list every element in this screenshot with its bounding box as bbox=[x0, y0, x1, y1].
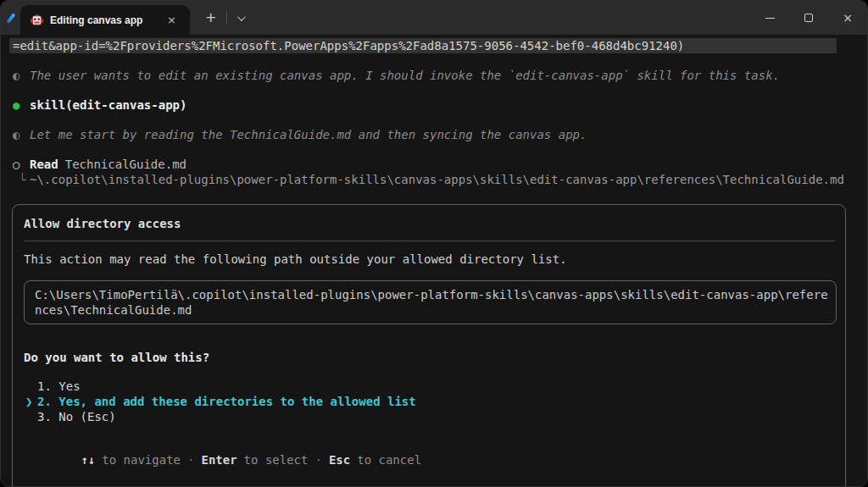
terminal-window: Editing canvas app × + × =edit&app-id=%2… bbox=[0, 0, 868, 487]
tab-editing-canvas-app[interactable]: Editing canvas app × bbox=[20, 5, 190, 35]
hint-select: to select bbox=[244, 453, 309, 467]
dialog-question: Do you want to allow this? bbox=[24, 350, 837, 365]
option-no[interactable]: ❯ 3. No (Esc) bbox=[24, 409, 837, 424]
read-path-text: ~\.copilot\installed-plugins\power-platf… bbox=[30, 172, 844, 187]
dialog-options: ❯ 1. Yes ❯ 2. Yes, and add these directo… bbox=[24, 379, 837, 424]
terminal-content: =edit&app-id=%2Fproviders%2FMicrosoft.Po… bbox=[1, 35, 867, 486]
read-filename: TechnicalGuide.md bbox=[65, 157, 186, 172]
path-box-text: C:\Users\TimoPertilä\.copilot\installed-… bbox=[35, 287, 834, 318]
up-down-arrows-icon: ↑↓ bbox=[81, 453, 95, 467]
dialog-divider bbox=[24, 241, 835, 241]
thinking-icon: ◐ bbox=[13, 68, 30, 83]
hint-enter-key: Enter bbox=[201, 453, 236, 467]
selection-chevron-icon: ❯ bbox=[24, 394, 37, 409]
option-yes-add-directories[interactable]: ❯ 2. Yes, and add these directories to t… bbox=[24, 394, 837, 409]
assistant-thought-2: ◐ Let me start by reading the TechnicalG… bbox=[13, 127, 855, 142]
read-tool-path: └ ~\.copilot\installed-plugins\power-pla… bbox=[13, 172, 855, 187]
maximize-button[interactable] bbox=[789, 1, 828, 35]
read-tool-call: ○ Read TechnicalGuide.md bbox=[13, 157, 855, 172]
assistant-thought-1: ◐ The user wants to edit an existing can… bbox=[13, 68, 855, 83]
close-button[interactable]: × bbox=[828, 1, 867, 35]
path-box: C:\Users\TimoPertilä\.copilot\installed-… bbox=[24, 280, 837, 324]
minimize-button[interactable] bbox=[750, 1, 789, 35]
branch-icon: └ bbox=[13, 172, 30, 187]
dialog-hint-footer: ↑↓to navigate·Enterto select·Escto cance… bbox=[24, 437, 837, 483]
read-status-icon: ○ bbox=[13, 157, 30, 172]
tab-title: Editing canvas app bbox=[50, 14, 162, 26]
option-label: 3. No (Esc) bbox=[37, 409, 116, 424]
tab-dropdown-button[interactable] bbox=[227, 10, 253, 26]
titlebar: Editing canvas app × + × bbox=[1, 1, 867, 35]
selection-chevron-icon: ❯ bbox=[24, 409, 37, 424]
hint-separator: · bbox=[314, 453, 321, 467]
dialog-title: Allow directory access bbox=[24, 216, 837, 231]
thought-text: The user wants to edit an existing canva… bbox=[30, 68, 780, 83]
hint-cancel: to cancel bbox=[357, 453, 421, 467]
option-yes[interactable]: ❯ 1. Yes bbox=[24, 379, 837, 394]
new-tab-button[interactable]: + bbox=[195, 8, 226, 28]
window-controls: × bbox=[750, 1, 867, 35]
close-icon: × bbox=[843, 12, 853, 24]
read-label: Read bbox=[30, 157, 58, 172]
chevron-down-icon bbox=[237, 13, 246, 21]
option-label: 2. Yes, and add these directories to the… bbox=[37, 394, 416, 409]
dialog-body-text: This action may read the following path … bbox=[24, 252, 837, 267]
terminal-logo-icon bbox=[6, 13, 15, 24]
option-label: 1. Yes bbox=[37, 379, 81, 394]
hint-navigate: to navigate bbox=[102, 453, 181, 467]
thinking-icon: ◐ bbox=[13, 127, 30, 142]
tab-close-icon[interactable]: × bbox=[162, 12, 181, 28]
command-tail-line: =edit&app-id=%2Fproviders%2FMicrosoft.Po… bbox=[9, 38, 837, 53]
maximize-icon bbox=[804, 14, 813, 22]
robot-icon bbox=[31, 14, 43, 26]
skill-bullet-icon: ● bbox=[13, 97, 30, 113]
command-tail-text: =edit&app-id=%2Fproviders%2FMicrosoft.Po… bbox=[13, 38, 684, 53]
hint-separator: · bbox=[187, 453, 194, 467]
hint-esc-key: Esc bbox=[329, 453, 350, 467]
skill-invocation: ● skill(edit-canvas-app) bbox=[13, 97, 855, 113]
minimize-icon bbox=[765, 18, 775, 19]
selection-chevron-icon: ❯ bbox=[24, 379, 37, 394]
thought-text: Let me start by reading the TechnicalGui… bbox=[30, 127, 587, 142]
skill-call-text: skill(edit-canvas-app) bbox=[30, 97, 186, 113]
allow-directory-dialog: Allow directory access This action may r… bbox=[12, 204, 846, 486]
